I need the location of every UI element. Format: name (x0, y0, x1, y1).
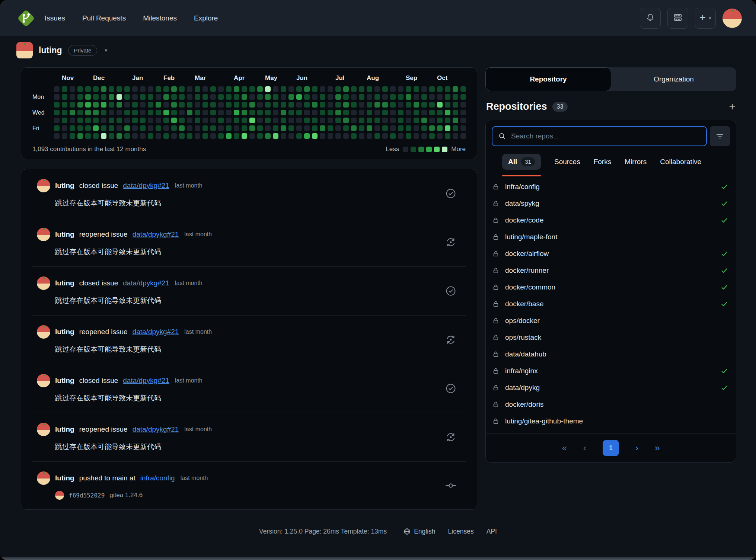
heatmap-cell[interactable] (328, 133, 333, 139)
heatmap-cell[interactable] (296, 125, 302, 131)
heatmap-cell[interactable] (382, 110, 388, 115)
heatmap-cell[interactable] (202, 125, 208, 131)
heatmap-cell[interactable] (320, 94, 325, 100)
heatmap-cell[interactable] (320, 125, 325, 131)
heatmap-cell[interactable] (265, 118, 271, 123)
repo-filter-tab[interactable]: Sources (554, 158, 580, 166)
heatmap-cell[interactable] (218, 94, 224, 100)
heatmap-cell[interactable] (335, 133, 341, 139)
heatmap-cell[interactable] (54, 110, 60, 115)
heatmap-cell[interactable] (210, 125, 216, 131)
heatmap-cell[interactable] (109, 118, 114, 123)
heatmap-cell[interactable] (171, 118, 177, 123)
repo-row[interactable]: docker/airflow (486, 245, 736, 262)
heatmap-cell[interactable] (234, 118, 239, 123)
heatmap-cell[interactable] (296, 118, 302, 123)
heatmap-cell[interactable] (406, 125, 411, 131)
activity-issue-link[interactable]: data/dpykg#21 (133, 425, 179, 433)
heatmap-cell[interactable] (453, 118, 458, 123)
heatmap-cell[interactable] (62, 125, 67, 131)
heatmap-cell[interactable] (187, 133, 192, 139)
heatmap-cell[interactable] (359, 86, 364, 92)
heatmap-cell[interactable] (210, 94, 216, 100)
heatmap-cell[interactable] (210, 133, 216, 139)
heatmap-cell[interactable] (414, 110, 419, 115)
heatmap-cell[interactable] (281, 133, 286, 139)
heatmap-cell[interactable] (124, 110, 130, 115)
heatmap-cell[interactable] (273, 133, 278, 139)
heatmap-cell[interactable] (304, 133, 310, 139)
heatmap-cell[interactable] (382, 102, 388, 108)
create-new-button[interactable]: + ▾ (695, 8, 716, 29)
heatmap-cell[interactable] (265, 94, 271, 100)
heatmap-cell[interactable] (312, 86, 318, 92)
heatmap-cell[interactable] (62, 133, 67, 139)
activity-avatar[interactable] (37, 179, 50, 192)
repo-filter-button[interactable] (710, 126, 730, 146)
heatmap-cell[interactable] (437, 94, 443, 100)
heatmap-cell[interactable] (312, 110, 318, 115)
heatmap-cell[interactable] (273, 118, 278, 123)
heatmap-cell[interactable] (249, 94, 255, 100)
heatmap-cell[interactable] (265, 125, 271, 131)
heatmap-cell[interactable] (414, 133, 419, 139)
activity-username[interactable]: luting (55, 328, 74, 336)
heatmap-cell[interactable] (93, 110, 99, 115)
heatmap-cell[interactable] (288, 102, 294, 108)
heatmap-cell[interactable] (109, 125, 114, 131)
activity-issue-link[interactable]: data/dpykg#21 (123, 182, 169, 190)
heatmap-cell[interactable] (460, 102, 466, 108)
heatmap-cell[interactable] (148, 133, 153, 139)
heatmap-cell[interactable] (85, 125, 91, 131)
heatmap-cell[interactable] (70, 110, 75, 115)
heatmap-cell[interactable] (156, 125, 161, 131)
heatmap-cell[interactable] (460, 118, 466, 123)
heatmap-cell[interactable] (54, 125, 60, 131)
heatmap-cell[interactable] (288, 118, 294, 123)
heatmap-cell[interactable] (85, 133, 91, 139)
heatmap-cell[interactable] (359, 133, 364, 139)
repo-row[interactable]: docker/doris (486, 396, 736, 413)
heatmap-cell[interactable] (163, 86, 169, 92)
heatmap-cell[interactable] (226, 102, 232, 108)
heatmap-cell[interactable] (117, 125, 122, 131)
heatmap-cell[interactable] (453, 86, 458, 92)
heatmap-cell[interactable] (210, 110, 216, 115)
heatmap-cell[interactable] (406, 86, 411, 92)
heatmap-cell[interactable] (328, 86, 333, 92)
pagination-page-1-button[interactable]: 1 (603, 440, 619, 456)
heatmap-cell[interactable] (93, 86, 99, 92)
heatmap-cell[interactable] (70, 125, 75, 131)
heatmap-cell[interactable] (414, 125, 419, 131)
heatmap-cell[interactable] (421, 86, 427, 92)
heatmap-cell[interactable] (101, 110, 106, 115)
heatmap-cell[interactable] (351, 94, 357, 100)
heatmap-cell[interactable] (249, 110, 255, 115)
gitea-logo-icon[interactable] (16, 9, 36, 28)
heatmap-cell[interactable] (421, 102, 427, 108)
heatmap-cell[interactable] (281, 102, 286, 108)
heatmap-cell[interactable] (343, 94, 349, 100)
heatmap-cell[interactable] (93, 94, 99, 100)
heatmap-cell[interactable] (85, 102, 91, 108)
heatmap-cell[interactable] (179, 118, 185, 123)
repo-row[interactable]: luting/gitea-github-theme (486, 413, 736, 429)
repo-row[interactable]: docker/runner (486, 262, 736, 279)
heatmap-cell[interactable] (140, 94, 146, 100)
heatmap-cell[interactable] (171, 94, 177, 100)
heatmap-cell[interactable] (242, 86, 247, 92)
heatmap-cell[interactable] (85, 94, 91, 100)
repo-filter-tab[interactable]: Forks (594, 158, 612, 166)
heatmap-cell[interactable] (359, 102, 364, 108)
heatmap-cell[interactable] (390, 118, 396, 123)
heatmap-cell[interactable] (281, 86, 286, 92)
heatmap-cell[interactable] (101, 86, 106, 92)
add-repository-button[interactable]: + (729, 101, 736, 112)
heatmap-cell[interactable] (414, 94, 419, 100)
heatmap-cell[interactable] (85, 110, 91, 115)
heatmap-cell[interactable] (242, 110, 247, 115)
heatmap-cell[interactable] (312, 94, 318, 100)
heatmap-cell[interactable] (202, 102, 208, 108)
activity-avatar[interactable] (37, 228, 50, 241)
heatmap-cell[interactable] (156, 94, 161, 100)
